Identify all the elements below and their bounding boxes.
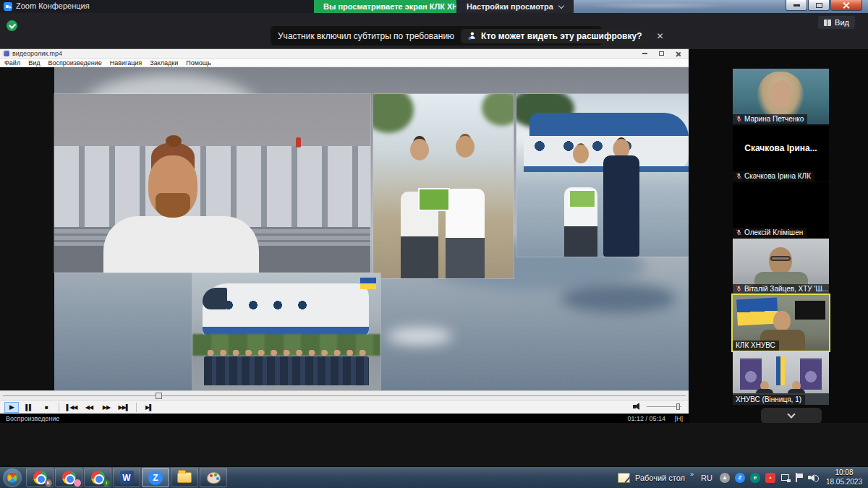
close-button[interactable] bbox=[830, 0, 862, 11]
zoom-logo-icon bbox=[4, 2, 12, 11]
player-titlebar: видеоролик.mp4 bbox=[0, 49, 689, 59]
zoom-tray-icon[interactable]: Z bbox=[735, 473, 745, 483]
volume-tray-icon[interactable] bbox=[808, 474, 818, 482]
video-photo-certificate-award bbox=[373, 94, 514, 278]
taskbar-chrome-3[interactable]: I bbox=[84, 468, 111, 487]
menu-view[interactable]: Вид bbox=[28, 59, 40, 67]
menu-bookmarks[interactable]: Закладки bbox=[150, 59, 178, 67]
participant-name-label: КЛК ХНУВС bbox=[733, 341, 779, 351]
frame-step-button[interactable]: ▶▌ bbox=[142, 402, 156, 413]
red-tray-icon[interactable]: • bbox=[765, 473, 775, 483]
mode-indicator: [H] bbox=[674, 415, 683, 422]
skip-forward-button[interactable]: ▶▶▌ bbox=[116, 402, 131, 413]
mic-muted-icon bbox=[736, 286, 742, 292]
mic-muted-icon bbox=[736, 229, 742, 236]
language-indicator[interactable]: RU bbox=[701, 474, 712, 482]
menu-help[interactable]: Помощь bbox=[186, 59, 211, 67]
notification-close-button[interactable]: ✕ bbox=[657, 31, 664, 41]
window-title: Zoom Конференция bbox=[16, 1, 90, 10]
paint-palette-icon bbox=[207, 472, 221, 484]
view-layout-button[interactable]: Вид bbox=[818, 16, 855, 29]
more-participants-button[interactable] bbox=[761, 408, 822, 424]
playback-state: Воспроизведение bbox=[6, 415, 59, 422]
stop-button[interactable]: ■ bbox=[39, 402, 54, 413]
ukraine-flag bbox=[360, 278, 376, 289]
rewind-button[interactable]: ◀◀ bbox=[82, 402, 96, 413]
play-button[interactable]: ▶ bbox=[4, 402, 19, 413]
clock-date: 18.05.2023 bbox=[826, 478, 862, 487]
chevron-down-icon bbox=[787, 410, 795, 418]
green-certificate bbox=[418, 188, 450, 211]
taskbar-paint[interactable] bbox=[200, 468, 227, 487]
player-statusbar: Воспроизведение 01:12 / 05:14 [H] bbox=[0, 414, 689, 423]
player-minimize-button[interactable] bbox=[642, 53, 647, 54]
mic-muted-icon bbox=[736, 173, 742, 179]
word-icon: W bbox=[120, 471, 134, 484]
chrome-profile-badge: I bbox=[103, 479, 110, 487]
ukraine-flag bbox=[736, 298, 778, 326]
notification-text: Участник включил субтитры по требованию bbox=[278, 31, 454, 41]
participant-tile-klk-khnuvs-active-speaker[interactable]: КЛК ХНУВС bbox=[733, 295, 829, 351]
participant-name-label: Віталій Зайцев, ХТУ 'Ш... bbox=[733, 284, 829, 294]
pause-button[interactable]: ▌▌ bbox=[22, 402, 36, 413]
man-navy-suit bbox=[603, 139, 639, 257]
folder-icon bbox=[177, 472, 192, 483]
participant-tile-khnuvs-vinnytsia[interactable]: ХНУВС (Вінниця, 1) bbox=[733, 352, 829, 405]
toolbar-overflow-chevron[interactable]: » bbox=[690, 471, 694, 478]
volume-handle[interactable] bbox=[676, 403, 680, 410]
action-center-flag-icon[interactable] bbox=[796, 473, 803, 482]
participant-name-label: Марина Петченко bbox=[733, 114, 807, 124]
security-shield-icon[interactable] bbox=[7, 20, 17, 31]
skip-back-button[interactable]: ▌◀◀ bbox=[64, 402, 79, 413]
helicopter-cabin-top bbox=[529, 113, 689, 137]
player-maximize-button[interactable] bbox=[659, 51, 664, 56]
windows-taskbar: K I W Z Рабочий стол » bbox=[0, 466, 868, 488]
ukraine-flag bbox=[776, 356, 785, 385]
selfie-man bbox=[96, 135, 266, 273]
cadet-white-shirt bbox=[446, 136, 485, 278]
taskbar-chrome-2[interactable] bbox=[55, 468, 82, 487]
transcript-button-label: Кто может видеть эту расшифровку? bbox=[481, 31, 642, 41]
chevron-down-icon bbox=[558, 2, 564, 8]
who-can-see-transcript-button[interactable]: Кто может видеть эту расшифровку? bbox=[461, 29, 648, 43]
network-icon[interactable] bbox=[780, 474, 791, 482]
zoom-meeting-window: Zoom Конференция Вы просматриваете экран… bbox=[0, 0, 868, 488]
player-close-button[interactable] bbox=[676, 51, 681, 56]
window-controls bbox=[785, 0, 862, 11]
player-window-title: видеоролик.mp4 bbox=[12, 50, 62, 57]
fast-forward-button[interactable]: ▶▶ bbox=[99, 402, 114, 413]
shared-screen-media-player: видеоролик.mp4 Файл Вид Воспроизведение … bbox=[0, 49, 689, 423]
participant-name-label: Скачкова Ірина КЛК bbox=[733, 171, 814, 181]
maximize-button[interactable] bbox=[808, 0, 830, 11]
drive-tray-icon[interactable]: ▲ bbox=[720, 473, 730, 483]
seek-bar[interactable] bbox=[0, 390, 689, 400]
menu-file[interactable]: Файл bbox=[4, 59, 20, 67]
video-photo-group-helicopter bbox=[192, 273, 380, 390]
taskbar-explorer[interactable] bbox=[171, 468, 198, 487]
taskbar-clock[interactable]: 10:08 18.05.2023 bbox=[826, 468, 862, 487]
taskbar-chrome-1[interactable]: K bbox=[26, 468, 54, 487]
view-settings-label: Настройки просмотра bbox=[467, 2, 553, 11]
taskbar-zoom-active[interactable]: Z bbox=[142, 468, 169, 487]
participant-name-label: ХНУВС (Вінниця, 1) bbox=[733, 395, 805, 405]
video-area bbox=[0, 67, 689, 390]
minimize-button[interactable] bbox=[786, 0, 807, 11]
participant-tile-oleksii[interactable]: Олексій Клімішен bbox=[733, 182, 829, 238]
start-button[interactable] bbox=[3, 468, 22, 487]
e-tray-icon[interactable]: e bbox=[750, 473, 760, 483]
speaker-icon[interactable] bbox=[633, 403, 641, 411]
desktop-toolbar-label[interactable]: Рабочий стол bbox=[635, 474, 685, 482]
taskbar-word[interactable]: W bbox=[113, 468, 140, 487]
participant-tile-skachkova[interactable]: Скачкова Ірина... Скачкова Ірина КЛК bbox=[733, 126, 829, 181]
seek-handle[interactable] bbox=[156, 393, 162, 399]
chrome-profile-badge: K bbox=[45, 479, 52, 487]
view-settings-menu[interactable]: Настройки просмотра bbox=[456, 0, 574, 13]
menu-navigate[interactable]: Навигация bbox=[110, 59, 142, 67]
minimize-icon bbox=[793, 4, 800, 7]
participant-tile-vitalii[interactable]: Віталій Зайцев, ХТУ 'Ш... bbox=[733, 239, 829, 294]
windows-logo-icon bbox=[5, 471, 20, 485]
menu-playback[interactable]: Воспроизведение bbox=[48, 59, 101, 67]
participant-tile-marina[interactable]: Марина Петченко bbox=[733, 69, 829, 124]
journal-icon[interactable] bbox=[618, 473, 630, 483]
certificate bbox=[569, 189, 596, 208]
